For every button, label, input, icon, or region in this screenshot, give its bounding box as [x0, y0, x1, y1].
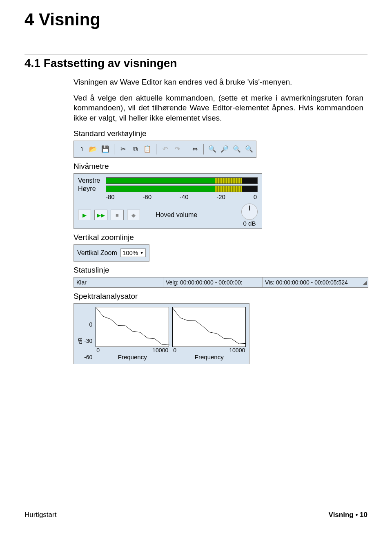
spectral-y-ticks: 0 -30 -60 [84, 321, 92, 360]
new-file-icon[interactable]: 🗋 [76, 145, 85, 154]
ytick: 0 [89, 321, 92, 328]
status-ready: Klar [74, 278, 163, 287]
spectral-line-right [173, 307, 246, 347]
undo-icon[interactable]: ↶ [160, 145, 169, 154]
zoom-selection-icon[interactable]: 🔍 [232, 145, 241, 154]
xlabel: Frequency [172, 354, 246, 360]
volume-db-readout: 0 dB [241, 220, 258, 227]
level-meters-panel: Venstre Høyre -80 -60 -40 -20 0 [74, 173, 262, 229]
page-footer: Hurtigstart Visning • 10 [24, 509, 368, 519]
redo-icon[interactable]: ↷ [173, 145, 182, 154]
stop-button[interactable]: ■ [111, 210, 124, 220]
spectral-y-unit: dB [77, 338, 83, 344]
chevron-down-icon: ▼ [140, 251, 144, 255]
play-loop-button[interactable]: ▶▶ [94, 210, 107, 220]
scale-tick: -80 [106, 193, 115, 200]
ytick: -30 [84, 338, 92, 344]
scale-tick: 0 [254, 193, 257, 200]
fit-width-icon[interactable]: ⇔ [190, 145, 199, 154]
chapter-title: 4 Visning [24, 10, 368, 29]
ytick: -60 [84, 354, 92, 360]
standard-toolbar: 🗋 📂 💾 ✂ ⧉ 📋 ↶ ↷ ⇔ 🔍 🔎 🔍 🔍 [74, 141, 256, 158]
status-visible-range: Vis: 00:00:00:000 - 00:00:05:524 [263, 278, 361, 287]
spectral-plot-right: 0 10000 Frequency [172, 307, 246, 360]
paste-icon[interactable]: 📋 [143, 145, 152, 154]
xtick: 0 [173, 347, 176, 354]
toolbar-separator [156, 144, 156, 154]
caption-meters: Nivåmetre [74, 162, 363, 171]
footer-right: Visning • 10 [329, 511, 368, 519]
spectral-plot-left: 0 10000 Frequency [96, 307, 169, 360]
meter-left [106, 177, 258, 184]
paragraph-intro: Visningen av Wave Editor kan endres ved … [74, 77, 363, 87]
play-button[interactable]: ▶ [78, 210, 91, 220]
zoom-out-icon[interactable]: 🔎 [220, 145, 229, 154]
xtick: 10000 [152, 347, 168, 354]
open-file-icon[interactable]: 📂 [89, 145, 98, 154]
status-bar: Klar Velg: 00:00:00:000 - 00:00:00: Vis:… [74, 277, 368, 288]
volume-label: Hoved volume [156, 211, 197, 219]
resize-grip-icon[interactable]: ◢ [361, 279, 368, 286]
scale-tick: -20 [216, 193, 225, 200]
xlabel: Frequency [96, 354, 169, 360]
section-title: 4.1 Fastsetting av visningen [24, 57, 368, 70]
toolbar-separator [114, 144, 114, 154]
meter-right-label: Høyre [78, 185, 104, 192]
xtick: 10000 [229, 347, 245, 354]
zoom-reset-icon[interactable]: 🔍 [245, 145, 254, 154]
status-selection: Velg: 00:00:00:000 - 00:00:00: [163, 278, 263, 287]
meter-scale: -80 -60 -40 -20 0 [106, 193, 258, 200]
vzoom-value: 100% [122, 249, 138, 256]
caption-spectral: Spektralanalysator [74, 292, 363, 301]
toolbar-separator [203, 144, 204, 154]
caption-toolbar: Standard verktøylinje [74, 129, 363, 138]
meter-left-label: Venstre [78, 177, 104, 184]
spectral-analyzer-panel: dB 0 -30 -60 0 10000 [74, 303, 249, 364]
record-button[interactable]: ◆ [127, 210, 140, 220]
spectral-line-left [96, 307, 169, 347]
meter-right [106, 186, 258, 192]
vzoom-select[interactable]: 100% ▼ [120, 248, 146, 257]
xtick: 0 [96, 347, 100, 354]
scale-tick: -60 [143, 193, 151, 200]
save-file-icon[interactable]: 💾 [101, 145, 110, 154]
footer-left: Hurtigstart [24, 511, 56, 519]
vzoom-label: Vertikal Zoom [77, 249, 117, 257]
section-divider [24, 54, 368, 54]
toolbar-separator [186, 144, 186, 154]
vertical-zoom-bar: Vertikal Zoom 100% ▼ [74, 244, 149, 262]
cut-icon[interactable]: ✂ [118, 145, 127, 154]
scale-tick: -40 [180, 193, 189, 200]
copy-icon[interactable]: ⧉ [131, 145, 140, 154]
caption-status: Statuslinje [74, 266, 363, 275]
zoom-in-icon[interactable]: 🔍 [208, 145, 217, 154]
paragraph-detail: Ved å velge den aktuelle kommandoen, (se… [74, 93, 363, 123]
volume-knob[interactable]: 0 dB [241, 204, 258, 227]
caption-vzoom: Vertikal zoomlinje [74, 233, 363, 242]
